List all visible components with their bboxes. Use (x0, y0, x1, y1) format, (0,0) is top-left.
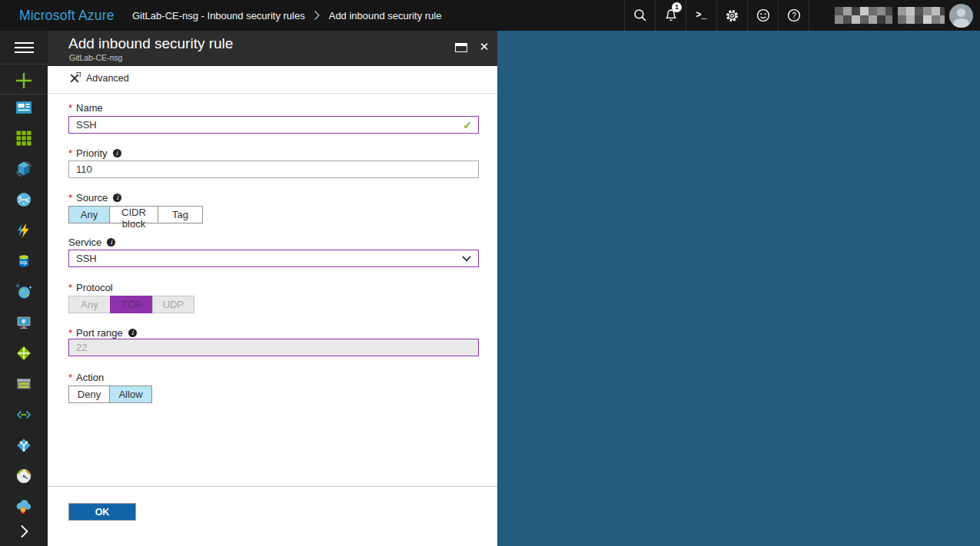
sidebar-item-dashboard[interactable] (0, 98, 48, 117)
service-select[interactable]: SSH (68, 250, 479, 267)
sidebar-item-azure-cosmos-db[interactable] (0, 283, 48, 301)
protocol-label: * Protocol (68, 281, 113, 293)
advanced-label: Advanced (86, 73, 129, 84)
sidebar-item-virtual-networks[interactable] (0, 405, 48, 424)
advanced-button[interactable]: Advanced (68, 72, 129, 84)
load-balancer-icon (15, 344, 33, 362)
required-asterisk: * (68, 102, 72, 114)
name-input[interactable] (68, 116, 479, 134)
storage-icon (15, 375, 33, 393)
globe-icon (15, 190, 33, 209)
virtual-network-icon (15, 405, 33, 424)
protocol-option-tcp: TCP (110, 296, 153, 313)
breadcrumb: GitLab-CE-nsg - Inbound security rules A… (132, 0, 441, 31)
azure-portal: Microsoft Azure GitLab-CE-nsg - Inbound … (0, 0, 980, 546)
breadcrumb-parent[interactable]: GitLab-CE-nsg - Inbound security rules (132, 10, 305, 22)
blade-subtitle: GitLab-CE-nsg (69, 53, 122, 62)
blade-title: Add inbound security rule (68, 35, 233, 52)
search-button[interactable] (624, 0, 655, 31)
cosmos-globe-icon (15, 283, 33, 301)
topbar-actions: 1 >_ (624, 0, 980, 31)
source-label: * Source i (68, 191, 121, 204)
hamburger-icon (15, 41, 34, 54)
cloud-shell-button[interactable]: >_ (686, 0, 716, 31)
source-toggle-group: Any CIDR block Tag (68, 206, 203, 223)
sidebar-item-azure-active-directory[interactable] (0, 436, 48, 455)
port-range-input (68, 339, 479, 356)
help-button[interactable]: ? (778, 0, 809, 31)
valid-check-icon: ✓ (461, 119, 473, 131)
cube-icon (15, 160, 33, 178)
required-asterisk: * (68, 327, 72, 339)
sidebar-item-monitor[interactable] (0, 467, 48, 485)
breadcrumb-chevron-icon (314, 10, 321, 21)
ok-button[interactable]: OK (68, 503, 136, 521)
help-icon: ? (786, 8, 802, 23)
redacted-user-directory (898, 7, 945, 24)
required-asterisk: * (68, 372, 72, 383)
gear-icon (724, 8, 740, 24)
lightning-icon (15, 221, 33, 240)
protocol-option-udp: UDP (152, 296, 194, 313)
sidebar-item-virtual-machines[interactable] (0, 160, 48, 178)
dashboard-icon (15, 98, 33, 117)
menu-button[interactable] (0, 38, 48, 57)
action-option-deny[interactable]: Deny (68, 386, 110, 403)
notifications-button[interactable]: 1 (655, 0, 686, 31)
info-icon[interactable]: i (113, 149, 121, 157)
service-selected-value: SSH (76, 253, 97, 264)
toolbar-divider (48, 93, 497, 94)
breadcrumb-current: Add inbound security rule (329, 10, 442, 22)
required-asterisk: * (68, 282, 72, 293)
source-option-tag[interactable]: Tag (158, 206, 203, 223)
protocol-toggle-group: Any TCP UDP (68, 296, 194, 313)
left-nav-sidebar: SQL (0, 31, 48, 546)
database-icon: SQL (15, 252, 33, 270)
azure-logo[interactable]: Microsoft Azure (19, 0, 115, 31)
account-menu[interactable] (809, 0, 980, 31)
search-icon (633, 8, 648, 23)
chevron-right-icon (15, 522, 33, 541)
protocol-option-any: Any (68, 296, 111, 313)
svg-text:?: ? (792, 12, 796, 20)
sidebar-divider (0, 94, 48, 94)
add-inbound-security-rule-blade: Add inbound security rule GitLab-CE-nsg … (48, 31, 497, 546)
advisor-icon (15, 498, 33, 516)
sidebar-item-all-services[interactable] (0, 129, 48, 147)
sidebar-item-load-balancers[interactable] (0, 344, 48, 362)
source-option-cidr-block[interactable]: CIDR block (109, 206, 158, 223)
required-asterisk: * (68, 192, 72, 204)
sidebar-item-storage-accounts[interactable] (0, 375, 48, 393)
chevron-down-icon (462, 256, 471, 262)
azure-ad-icon (15, 436, 33, 455)
feedback-button[interactable] (747, 0, 778, 31)
close-button[interactable]: ✕ (477, 39, 492, 55)
blade-toolbar: Advanced (48, 66, 497, 93)
cloud-shell-icon: >_ (696, 10, 706, 21)
user-avatar[interactable] (949, 4, 973, 28)
dimmed-portal-backdrop (497, 31, 980, 546)
name-label: * Name (68, 101, 103, 114)
source-option-any[interactable]: Any (68, 206, 110, 223)
info-icon[interactable]: i (113, 194, 121, 202)
smiley-icon (756, 8, 771, 23)
sidebar-item-virtual-machines-classic[interactable] (0, 313, 48, 332)
expand-sidebar-button[interactable] (0, 522, 48, 541)
maximize-button[interactable] (455, 43, 467, 52)
sidebar-item-app-services[interactable] (0, 190, 48, 209)
service-label: Service i (68, 236, 115, 248)
sidebar-item-advisor[interactable] (0, 498, 48, 516)
action-option-allow[interactable]: Allow (109, 386, 152, 403)
sidebar-divider (0, 64, 48, 65)
blade-header: Add inbound security rule GitLab-CE-nsg … (48, 31, 497, 66)
tools-icon (68, 72, 81, 84)
sidebar-item-sql-databases[interactable]: SQL (0, 252, 48, 270)
info-icon[interactable]: i (107, 238, 115, 247)
priority-input[interactable] (68, 160, 479, 178)
redacted-user-name (835, 7, 892, 24)
settings-button[interactable] (716, 0, 747, 31)
sidebar-item-create-resource[interactable] (0, 71, 48, 90)
sidebar-item-function-apps[interactable] (0, 221, 48, 240)
info-icon[interactable]: i (128, 329, 137, 337)
svg-text:SQL: SQL (20, 260, 28, 265)
